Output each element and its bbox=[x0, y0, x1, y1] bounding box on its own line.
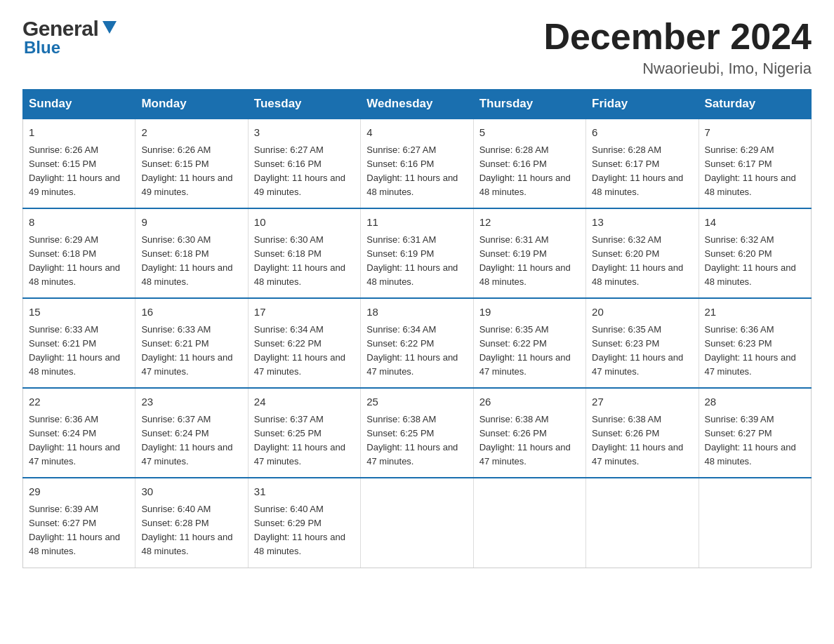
day-number: 24 bbox=[254, 394, 355, 410]
day-info: Sunrise: 6:40 AMSunset: 6:28 PMDaylight:… bbox=[141, 504, 232, 556]
table-row: 7Sunrise: 6:29 AMSunset: 6:17 PMDaylight… bbox=[699, 119, 811, 208]
table-row: 29Sunrise: 6:39 AMSunset: 6:27 PMDayligh… bbox=[23, 478, 135, 568]
calendar-table: Sunday Monday Tuesday Wednesday Thursday… bbox=[22, 89, 812, 568]
day-info: Sunrise: 6:30 AMSunset: 6:18 PMDaylight:… bbox=[141, 234, 232, 287]
logo: General Blue bbox=[22, 17, 119, 58]
logo-blue-text: Blue bbox=[22, 38, 60, 58]
day-info: Sunrise: 6:27 AMSunset: 6:16 PMDaylight:… bbox=[254, 145, 345, 197]
header-sunday: Sunday bbox=[23, 90, 135, 119]
day-info: Sunrise: 6:36 AMSunset: 6:23 PMDaylight:… bbox=[705, 324, 796, 377]
day-info: Sunrise: 6:38 AMSunset: 6:26 PMDaylight:… bbox=[592, 414, 683, 467]
table-row: 11Sunrise: 6:31 AMSunset: 6:19 PMDayligh… bbox=[361, 208, 473, 298]
table-row: 21Sunrise: 6:36 AMSunset: 6:23 PMDayligh… bbox=[699, 298, 811, 388]
table-row: 24Sunrise: 6:37 AMSunset: 6:25 PMDayligh… bbox=[248, 388, 360, 478]
day-number: 29 bbox=[29, 484, 129, 500]
table-row: 15Sunrise: 6:33 AMSunset: 6:21 PMDayligh… bbox=[23, 298, 135, 388]
header-saturday: Saturday bbox=[699, 90, 811, 119]
day-info: Sunrise: 6:39 AMSunset: 6:27 PMDaylight:… bbox=[29, 504, 120, 556]
table-row: 31Sunrise: 6:40 AMSunset: 6:29 PMDayligh… bbox=[248, 478, 360, 568]
day-number: 14 bbox=[705, 215, 805, 231]
table-row: 14Sunrise: 6:32 AMSunset: 6:20 PMDayligh… bbox=[699, 208, 811, 298]
day-number: 6 bbox=[592, 125, 692, 141]
day-info: Sunrise: 6:31 AMSunset: 6:19 PMDaylight:… bbox=[366, 234, 458, 287]
table-row: 22Sunrise: 6:36 AMSunset: 6:24 PMDayligh… bbox=[23, 388, 135, 478]
day-number: 2 bbox=[141, 125, 241, 141]
day-info: Sunrise: 6:28 AMSunset: 6:17 PMDaylight:… bbox=[592, 145, 683, 197]
day-number: 28 bbox=[705, 394, 805, 410]
svg-marker-0 bbox=[102, 21, 117, 34]
day-info: Sunrise: 6:29 AMSunset: 6:18 PMDaylight:… bbox=[29, 234, 120, 287]
day-info: Sunrise: 6:35 AMSunset: 6:22 PMDaylight:… bbox=[479, 324, 571, 377]
location-text: Nwaorieubi, Imo, Nigeria bbox=[543, 60, 812, 78]
day-number: 27 bbox=[592, 394, 692, 410]
day-number: 15 bbox=[29, 304, 129, 321]
day-number: 7 bbox=[705, 125, 805, 141]
table-row: 28Sunrise: 6:39 AMSunset: 6:27 PMDayligh… bbox=[699, 388, 811, 478]
day-info: Sunrise: 6:26 AMSunset: 6:15 PMDaylight:… bbox=[29, 145, 120, 197]
calendar-week-row: 1Sunrise: 6:26 AMSunset: 6:15 PMDaylight… bbox=[23, 119, 812, 208]
table-row bbox=[473, 478, 585, 568]
table-row bbox=[361, 478, 473, 568]
day-info: Sunrise: 6:37 AMSunset: 6:24 PMDaylight:… bbox=[141, 414, 232, 467]
table-row: 20Sunrise: 6:35 AMSunset: 6:23 PMDayligh… bbox=[586, 298, 699, 388]
header-friday: Friday bbox=[586, 90, 699, 119]
table-row: 23Sunrise: 6:37 AMSunset: 6:24 PMDayligh… bbox=[135, 388, 248, 478]
header-thursday: Thursday bbox=[473, 90, 585, 119]
day-number: 4 bbox=[366, 125, 467, 141]
day-number: 5 bbox=[479, 125, 580, 141]
table-row: 18Sunrise: 6:34 AMSunset: 6:22 PMDayligh… bbox=[361, 298, 473, 388]
logo-arrow-icon bbox=[100, 18, 119, 38]
day-info: Sunrise: 6:32 AMSunset: 6:20 PMDaylight:… bbox=[705, 234, 796, 287]
day-number: 25 bbox=[366, 394, 467, 410]
day-info: Sunrise: 6:33 AMSunset: 6:21 PMDaylight:… bbox=[29, 324, 120, 377]
day-info: Sunrise: 6:31 AMSunset: 6:19 PMDaylight:… bbox=[479, 234, 571, 287]
page-header: General Blue December 2024 Nwaorieubi, I… bbox=[22, 17, 812, 78]
title-section: December 2024 Nwaorieubi, Imo, Nigeria bbox=[543, 17, 812, 78]
day-number: 17 bbox=[254, 304, 355, 321]
table-row: 10Sunrise: 6:30 AMSunset: 6:18 PMDayligh… bbox=[248, 208, 360, 298]
day-number: 23 bbox=[141, 394, 241, 410]
day-number: 9 bbox=[141, 215, 241, 231]
day-number: 8 bbox=[29, 215, 129, 231]
day-number: 26 bbox=[479, 394, 580, 410]
table-row: 4Sunrise: 6:27 AMSunset: 6:16 PMDaylight… bbox=[361, 119, 473, 208]
day-number: 21 bbox=[705, 304, 805, 321]
day-info: Sunrise: 6:39 AMSunset: 6:27 PMDaylight:… bbox=[705, 414, 796, 467]
day-info: Sunrise: 6:28 AMSunset: 6:16 PMDaylight:… bbox=[479, 145, 571, 197]
day-number: 30 bbox=[141, 484, 241, 500]
day-number: 13 bbox=[592, 215, 692, 231]
day-number: 1 bbox=[29, 125, 129, 141]
day-number: 16 bbox=[141, 304, 241, 321]
table-row: 2Sunrise: 6:26 AMSunset: 6:15 PMDaylight… bbox=[135, 119, 248, 208]
day-info: Sunrise: 6:33 AMSunset: 6:21 PMDaylight:… bbox=[141, 324, 232, 377]
table-row: 30Sunrise: 6:40 AMSunset: 6:28 PMDayligh… bbox=[135, 478, 248, 568]
day-info: Sunrise: 6:32 AMSunset: 6:20 PMDaylight:… bbox=[592, 234, 683, 287]
table-row: 1Sunrise: 6:26 AMSunset: 6:15 PMDaylight… bbox=[23, 119, 135, 208]
table-row: 3Sunrise: 6:27 AMSunset: 6:16 PMDaylight… bbox=[248, 119, 360, 208]
table-row: 13Sunrise: 6:32 AMSunset: 6:20 PMDayligh… bbox=[586, 208, 699, 298]
logo-general-text: General bbox=[22, 17, 98, 41]
table-row: 9Sunrise: 6:30 AMSunset: 6:18 PMDaylight… bbox=[135, 208, 248, 298]
day-info: Sunrise: 6:30 AMSunset: 6:18 PMDaylight:… bbox=[254, 234, 345, 287]
day-info: Sunrise: 6:38 AMSunset: 6:25 PMDaylight:… bbox=[366, 414, 458, 467]
day-number: 3 bbox=[254, 125, 355, 141]
header-tuesday: Tuesday bbox=[248, 90, 360, 119]
day-number: 19 bbox=[479, 304, 580, 321]
header-wednesday: Wednesday bbox=[361, 90, 473, 119]
day-number: 18 bbox=[366, 304, 467, 321]
calendar-week-row: 15Sunrise: 6:33 AMSunset: 6:21 PMDayligh… bbox=[23, 298, 812, 388]
month-title: December 2024 bbox=[543, 17, 812, 57]
day-info: Sunrise: 6:35 AMSunset: 6:23 PMDaylight:… bbox=[592, 324, 683, 377]
table-row bbox=[699, 478, 811, 568]
day-info: Sunrise: 6:36 AMSunset: 6:24 PMDaylight:… bbox=[29, 414, 120, 467]
table-row: 25Sunrise: 6:38 AMSunset: 6:25 PMDayligh… bbox=[361, 388, 473, 478]
header-monday: Monday bbox=[135, 90, 248, 119]
calendar-week-row: 22Sunrise: 6:36 AMSunset: 6:24 PMDayligh… bbox=[23, 388, 812, 478]
day-info: Sunrise: 6:38 AMSunset: 6:26 PMDaylight:… bbox=[479, 414, 571, 467]
day-number: 31 bbox=[254, 484, 355, 500]
table-row: 6Sunrise: 6:28 AMSunset: 6:17 PMDaylight… bbox=[586, 119, 699, 208]
day-info: Sunrise: 6:37 AMSunset: 6:25 PMDaylight:… bbox=[254, 414, 345, 467]
table-row: 5Sunrise: 6:28 AMSunset: 6:16 PMDaylight… bbox=[473, 119, 585, 208]
table-row: 17Sunrise: 6:34 AMSunset: 6:22 PMDayligh… bbox=[248, 298, 360, 388]
table-row: 16Sunrise: 6:33 AMSunset: 6:21 PMDayligh… bbox=[135, 298, 248, 388]
